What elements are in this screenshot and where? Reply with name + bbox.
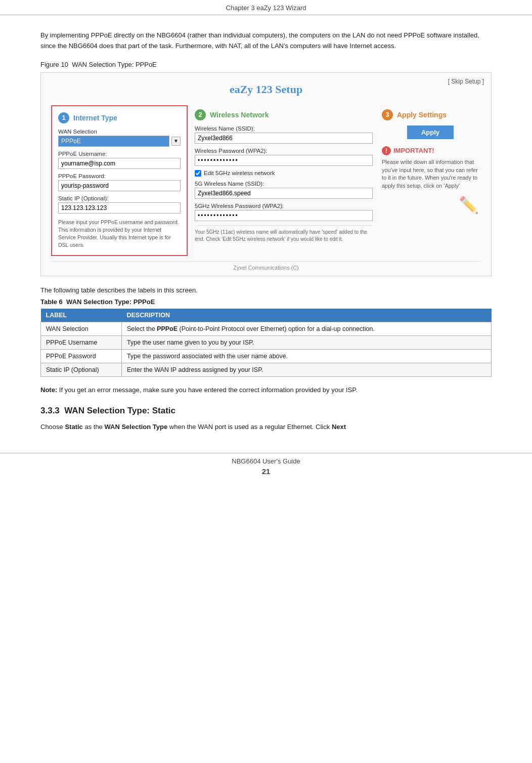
static-ip-input[interactable]	[58, 202, 181, 214]
page-footer: NBG6604 User's Guide 21	[0, 453, 532, 480]
section-paragraph: Choose Static as the WAN Selection Type …	[40, 422, 492, 433]
table-cell-description: Type the user name given to you by your …	[122, 336, 492, 350]
wireless-password-input[interactable]	[195, 155, 373, 166]
section-heading: 3.3.3 WAN Selection Type: Static	[40, 406, 492, 416]
step1-circle: 1	[58, 112, 69, 123]
intro-paragraph: By implementing PPPoE directly on the NB…	[40, 30, 492, 52]
setup-box: [ Skip Setup ] eaZy 123 Setup 1 Internet…	[40, 72, 492, 277]
wireless-network-panel: 2 Wireless Network Wireless Name (SSID):…	[193, 105, 375, 247]
important-icon: !	[382, 146, 391, 155]
ssid-5g-input[interactable]	[195, 188, 373, 199]
table-header-description: DESCRIPTION	[122, 309, 492, 322]
step2-circle: 2	[195, 109, 206, 120]
apply-settings-panel: 3 Apply Settings Apply ! IMPORTANT! Plea…	[380, 105, 481, 219]
note-text: If you get an error message, make sure y…	[59, 386, 358, 394]
table-label: Table 6 WAN Selection Type: PPPoE	[40, 298, 492, 306]
pppoe-password-label: PPPoE Password:	[58, 173, 181, 179]
wireless-note: Your 5GHz (11ac) wireless name will auto…	[195, 225, 373, 243]
step1-title: Internet Type	[73, 114, 117, 122]
wan-selection-input[interactable]	[58, 136, 169, 147]
table-cell-label: PPPoE Password	[41, 350, 122, 363]
table-cell-label: WAN Selection	[41, 322, 122, 336]
table-cell-description: Select the PPPoE (Point-to-Point Protoco…	[122, 322, 492, 336]
internet-type-panel: 1 Internet Type WAN Selection ▼ PPPoE Us…	[51, 105, 188, 257]
wireless-name-label: Wireless Name (SSID):	[195, 125, 373, 132]
wireless-ssid-input[interactable]	[195, 133, 373, 144]
note-paragraph: Note: If you get an error message, make …	[40, 385, 492, 396]
page-number: 21	[0, 467, 532, 476]
wan-dropdown-icon[interactable]: ▼	[171, 137, 181, 146]
pppoe-password-input[interactable]	[58, 180, 181, 191]
table-row: WAN SelectionSelect the PPPoE (Point-to-…	[41, 322, 492, 336]
header-title: Chapter 3 eaZy 123 Wizard	[226, 4, 306, 12]
table-row: Static IP (Optional)Enter the WAN IP add…	[41, 363, 492, 377]
internet-type-info: Please input your PPPoE username and pas…	[58, 219, 181, 249]
table-cell-label: PPPoE Username	[41, 336, 122, 350]
table-row: PPPoE PasswordType the password associat…	[41, 350, 492, 363]
step3-circle: 3	[382, 109, 393, 120]
apply-button[interactable]: Apply	[407, 125, 454, 139]
pppoe-username-label: PPPoE Username:	[58, 151, 181, 157]
ssid-5g-label: 5G Wireless Name (SSID):	[195, 181, 373, 187]
next-bold: Next	[332, 423, 346, 431]
static-ip-label: Static IP (Optional):	[58, 195, 181, 201]
password-5g-input[interactable]	[195, 210, 373, 221]
password-5g-label: 5GHz Wireless Password (WPA2):	[195, 203, 373, 209]
step3-title: Apply Settings	[397, 111, 447, 119]
setup-copyright: Zyxel Communications (C)	[51, 261, 481, 271]
table-cell-description: Enter the WAN IP address assigned by you…	[122, 363, 492, 377]
pen-graphic: ✏️	[382, 195, 479, 215]
pppoe-username-input[interactable]	[58, 158, 181, 169]
important-text: Please write down all information that y…	[382, 158, 479, 191]
table-row: PPPoE UsernameType the user name given t…	[41, 336, 492, 350]
edit-5ghz-checkbox[interactable]	[195, 170, 201, 177]
note-label: Note:	[40, 386, 57, 394]
setup-title: eaZy 123 Setup	[51, 83, 481, 96]
wireless-password-label: Wireless Password (WPA2):	[195, 148, 373, 154]
edit-5ghz-label: Edit 5GHz wireless network	[204, 170, 275, 176]
figure-label: Figure 10 WAN Selection Type: PPPoE	[40, 61, 492, 68]
skip-setup-link[interactable]: [ Skip Setup ]	[448, 78, 484, 85]
wan-table: LABEL DESCRIPTION WAN SelectionSelect th…	[40, 309, 492, 377]
important-label: IMPORTANT!	[393, 147, 434, 154]
table-cell-label: Static IP (Optional)	[41, 363, 122, 377]
wan-selection-label: WAN Selection	[58, 129, 181, 135]
static-bold: Static	[65, 423, 82, 431]
wan-selection-bold: WAN Selection Type	[104, 423, 167, 431]
step2-title: Wireless Network	[210, 111, 269, 119]
table-header-label: LABEL	[41, 309, 122, 322]
page-header: Chapter 3 eaZy 123 Wizard	[0, 0, 532, 15]
footer-text: NBG6604 User's Guide	[232, 457, 300, 465]
table-intro-text: The following table describes the labels…	[40, 286, 492, 294]
table-cell-description: Type the password associated with the us…	[122, 350, 492, 363]
